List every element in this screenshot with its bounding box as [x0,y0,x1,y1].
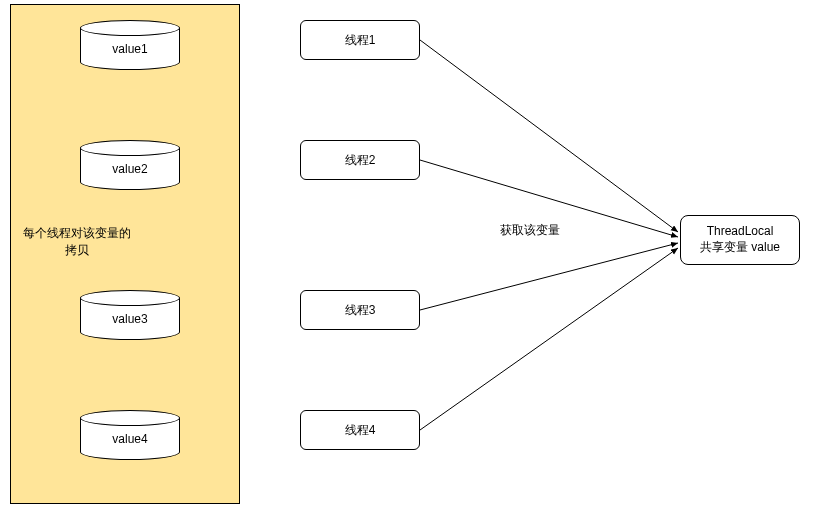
target-line2: 共享变量 value [700,240,780,256]
thread-box-4: 线程4 [300,410,420,450]
cylinder-value4: value4 [80,410,180,460]
cylinder-top [80,20,180,36]
thread-label: 线程2 [345,152,376,169]
thread-label: 线程4 [345,422,376,439]
target-line1: ThreadLocal [707,224,774,240]
thread-label: 线程3 [345,302,376,319]
arrow-thread3 [420,243,678,310]
cylinder-label: value1 [80,42,180,56]
cylinder-top [80,290,180,306]
cylinder-label: value2 [80,162,180,176]
container-caption-line1: 每个线程对该变量的 [12,225,142,242]
thread-box-3: 线程3 [300,290,420,330]
edge-label: 获取该变量 [490,222,570,239]
container-caption-line2: 拷贝 [12,242,142,259]
cylinder-value2: value2 [80,140,180,190]
threadlocal-box: ThreadLocal 共享变量 value [680,215,800,265]
diagram-canvas: 每个线程对该变量的 拷贝 value1 value2 value3 value4… [0,0,821,507]
thread-box-2: 线程2 [300,140,420,180]
arrow-thread1 [420,40,678,232]
arrow-thread4 [420,248,678,430]
cylinder-label: value3 [80,312,180,326]
container-caption: 每个线程对该变量的 拷贝 [12,225,142,259]
cylinder-label: value4 [80,432,180,446]
cylinder-top [80,410,180,426]
cylinder-value3: value3 [80,290,180,340]
thread-box-1: 线程1 [300,20,420,60]
cylinder-top [80,140,180,156]
thread-label: 线程1 [345,32,376,49]
cylinder-value1: value1 [80,20,180,70]
